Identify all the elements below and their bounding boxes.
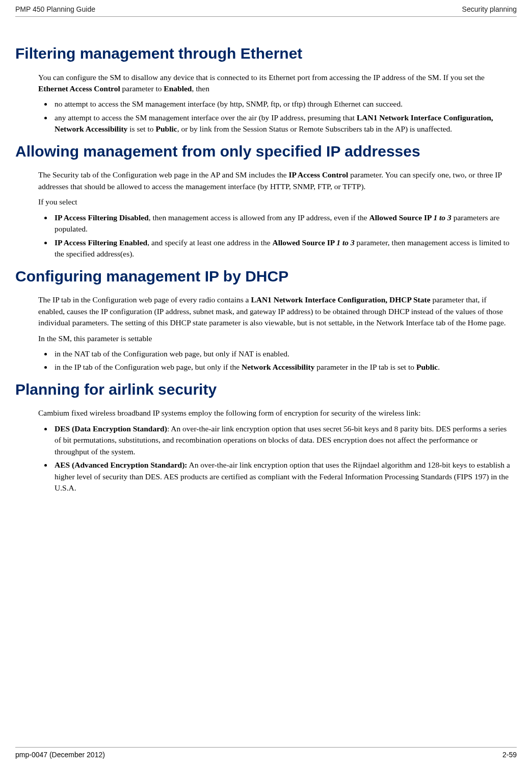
page-content: Filtering management through Ethernet Yo… — [15, 17, 517, 494]
text: is set to — [127, 124, 155, 133]
text-bold-italic: 1 to 3 — [433, 213, 451, 222]
text: You can configure the SM to disallow any… — [38, 73, 485, 82]
heading-dhcp: Configuring management IP by DHCP — [15, 265, 513, 288]
bullet-list: no attempt to access the SM management i… — [38, 98, 513, 135]
text: The IP tab in the Configuration web page… — [38, 295, 251, 304]
bullet-list: IP Access Filtering Disabled, then manag… — [38, 212, 513, 260]
text-bold: AES (Advanced Encryption Standard): — [55, 460, 188, 469]
text-bold: Enabled — [164, 84, 192, 93]
list-item: AES (Advanced Encryption Standard): An o… — [52, 459, 513, 494]
heading-allowing: Allowing management from only specified … — [15, 140, 513, 163]
list-item: no attempt to access the SM management i… — [52, 98, 513, 110]
text-bold: IP Access Filtering Disabled — [55, 213, 149, 222]
text-bold: IP Access Control — [288, 170, 348, 179]
text: any attempt to access the SM management … — [55, 113, 357, 122]
footer-left: pmp-0047 (December 2012) — [15, 751, 105, 759]
text-bold: Public — [155, 124, 177, 133]
text-bold: Allowed Source IP — [272, 238, 336, 247]
bullet-list: DES (Data Encryption Standard): An over-… — [38, 423, 513, 494]
text: in the IP tab of the Configuration web p… — [55, 363, 242, 371]
paragraph: In the SM, this parameter is settable — [38, 333, 513, 344]
list-item: in the NAT tab of the Configuration web … — [52, 348, 513, 359]
footer-divider — [15, 747, 517, 748]
paragraph: The IP tab in the Configuration web page… — [38, 294, 513, 328]
text-bold: IP Access Filtering Enabled — [55, 238, 147, 247]
text-bold: Public — [416, 363, 438, 371]
heading-filtering: Filtering management through Ethernet — [15, 42, 513, 65]
heading-airlink: Planning for airlink security — [15, 378, 513, 401]
paragraph: The Security tab of the Configuration we… — [38, 169, 513, 192]
text-bold: Allowed Source IP — [369, 213, 434, 222]
text: The Security tab of the Configuration we… — [38, 170, 288, 179]
bullet-list: in the NAT tab of the Configuration web … — [38, 348, 513, 373]
paragraph: If you select — [38, 196, 513, 208]
section-allowing: Allowing management from only specified … — [15, 140, 517, 260]
page-header: PMP 450 Planning Guide Security planning — [15, 5, 517, 16]
list-item: IP Access Filtering Enabled, and specify… — [52, 237, 513, 260]
text-bold: DES (Data Encryption Standard) — [55, 424, 167, 433]
text-bold-italic: 1 to 3 — [336, 238, 354, 247]
header-left: PMP 450 Planning Guide — [15, 5, 95, 13]
header-right: Security planning — [462, 5, 517, 13]
text: , then — [192, 84, 209, 93]
section-dhcp: Configuring management IP by DHCP The IP… — [15, 265, 517, 373]
text: . — [438, 363, 440, 371]
text-bold: LAN1 Network Interface Configuration, DH… — [251, 295, 430, 304]
text-bold: Ethernet Access Control — [38, 84, 120, 93]
section-airlink: Planning for airlink security Cambium fi… — [15, 378, 517, 494]
footer-right: 2-59 — [502, 751, 517, 759]
list-item: DES (Data Encryption Standard): An over-… — [52, 423, 513, 457]
paragraph: Cambium fixed wireless broadband IP syst… — [38, 407, 513, 419]
list-item: in the IP tab of the Configuration web p… — [52, 362, 513, 373]
text-bold: Network Accessibility — [242, 363, 314, 371]
text: , then management access is allowed from… — [149, 213, 369, 222]
document-page: PMP 450 Planning Guide Security planning… — [0, 0, 532, 771]
section-filtering: Filtering management through Ethernet Yo… — [15, 42, 517, 135]
list-item: any attempt to access the SM management … — [52, 112, 513, 135]
page-footer: pmp-0047 (December 2012) 2-59 — [15, 747, 517, 759]
text: , and specify at least one address in th… — [147, 238, 272, 247]
text: , or by link from the Session Status or … — [177, 124, 453, 133]
text: parameter to — [120, 84, 164, 93]
list-item: IP Access Filtering Disabled, then manag… — [52, 212, 513, 235]
paragraph: You can configure the SM to disallow any… — [38, 72, 513, 95]
text: parameter in the IP tab is set to — [314, 363, 416, 371]
